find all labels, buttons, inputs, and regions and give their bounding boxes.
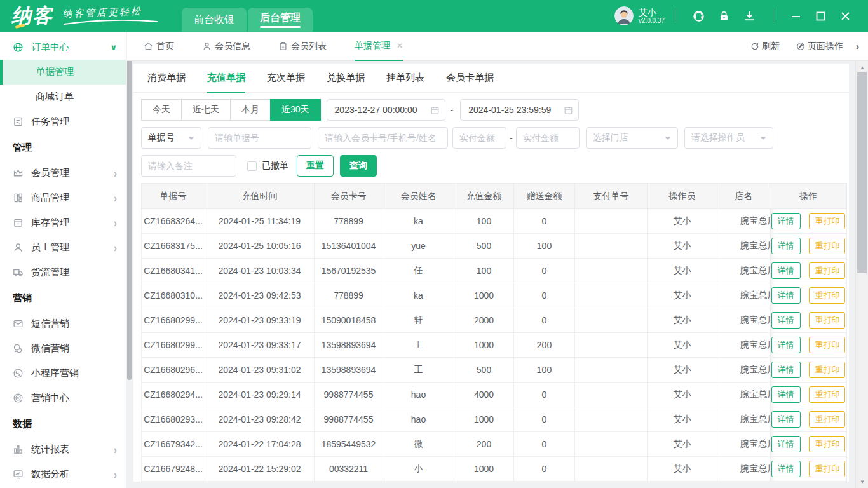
cell-recharge-time: 2024-01-22 15:29:02 — [205, 457, 315, 482]
tab-pending-orders[interactable]: 挂单列表 — [386, 64, 424, 93]
scrollbar-thumb[interactable] — [857, 72, 867, 273]
download-icon[interactable] — [743, 10, 756, 23]
cell-card-no: 15090018458 — [315, 308, 383, 333]
miniprogram-icon — [13, 368, 24, 379]
window-close-button[interactable] — [841, 11, 850, 21]
sidebar-item-bill-management[interactable]: 单据管理 — [0, 60, 126, 85]
reprint-button[interactable]: 重打印 — [809, 411, 845, 428]
tab-consume-bills[interactable]: 消费单据 — [147, 64, 186, 93]
sidebar-item-logistics-management[interactable]: 货流管理 — [0, 260, 126, 285]
detail-button[interactable]: 详情 — [771, 312, 801, 329]
sidebar-item-label: 营销中心 — [31, 392, 117, 404]
divider — [773, 9, 773, 23]
divider — [675, 9, 675, 23]
member-search-input[interactable] — [318, 127, 448, 149]
close-tab-icon[interactable]: ✕ — [397, 41, 403, 50]
slogan-underline — [62, 20, 159, 25]
sidebar-item-wechat-marketing[interactable]: 微信营销 — [0, 336, 126, 361]
reprint-button[interactable]: 重打印 — [809, 386, 845, 403]
sidebar-item-stock-management[interactable]: 库存管理 › — [0, 210, 126, 235]
nav-tab-front-cashier[interactable]: 前台收银 — [182, 8, 247, 32]
quick-range-7days[interactable]: 近七天 — [181, 99, 231, 121]
revoked-checkbox-label: 已撤单 — [262, 160, 288, 172]
reprint-button[interactable]: 重打印 — [809, 461, 845, 477]
tab-exchange-bills[interactable]: 兑换单据 — [327, 64, 365, 93]
page-operations-button[interactable]: 页面操作 — [796, 41, 843, 52]
scroll-down-icon[interactable]: ▼ — [856, 477, 868, 487]
cell-actions: 详情 重打印 — [770, 308, 847, 333]
tab-member-card-bills[interactable]: 会员卡单据 — [446, 64, 494, 93]
tab-home[interactable]: 首页 — [144, 32, 174, 61]
reprint-button[interactable]: 重打印 — [809, 238, 845, 254]
detail-button[interactable]: 详情 — [771, 436, 801, 452]
tab-recharge-bills[interactable]: 充值单据 — [207, 64, 245, 93]
window-maximize-button[interactable] — [816, 11, 825, 21]
sidebar-item-order-center[interactable]: 订单中心 ∨ — [0, 35, 126, 60]
cell-card-no: 13598893694 — [315, 333, 383, 358]
sidebar-item-mall-orders[interactable]: 商城订单 — [0, 85, 126, 109]
search-button[interactable]: 查询 — [340, 155, 377, 177]
date-from-picker[interactable]: 2023-12-27 00:00:00 — [327, 99, 445, 121]
detail-button[interactable]: 详情 — [771, 213, 801, 229]
reprint-button[interactable]: 重打印 — [809, 312, 845, 329]
reprint-button[interactable]: 重打印 — [809, 262, 845, 279]
reset-button[interactable]: 重置 — [297, 155, 334, 177]
lock-icon[interactable] — [718, 10, 730, 22]
tab-bill-management[interactable]: 单据管理 ✕ — [355, 32, 403, 61]
reprint-button[interactable]: 重打印 — [809, 436, 845, 452]
sidebar-item-data-analysis[interactable]: 数据分析 › — [0, 462, 126, 487]
sidebar-item-label: 货流管理 — [31, 266, 117, 278]
customer-service-icon[interactable] — [692, 10, 705, 23]
sidebar-item-member-management[interactable]: 会员管理 › — [0, 161, 126, 186]
sidebar-item-stats-report[interactable]: 统计报表 › — [0, 437, 126, 462]
reprint-button[interactable]: 重打印 — [809, 213, 845, 229]
collapse-chevron-icon[interactable]: › — [856, 41, 859, 51]
sidebar-item-staff-management[interactable]: 员工管理 › — [0, 235, 126, 260]
amount-max-input[interactable] — [516, 127, 580, 149]
nav-tab-back-office[interactable]: 后台管理 — [248, 8, 313, 32]
operator-select[interactable]: 请选择操作员 — [684, 127, 773, 149]
cell-gift-amount: 0 — [514, 308, 575, 333]
quick-range-month[interactable]: 本月 — [230, 99, 271, 121]
detail-button[interactable]: 详情 — [771, 362, 801, 378]
detail-button[interactable]: 详情 — [771, 337, 801, 353]
sidebar-item-miniprogram-marketing[interactable]: 小程序营销 — [0, 361, 126, 386]
page-scrollbar[interactable]: ▲ ▼ — [855, 61, 868, 488]
sidebar-item-task-management[interactable]: 任务管理 — [0, 109, 126, 134]
detail-button[interactable]: 详情 — [771, 461, 801, 477]
quick-range-30days[interactable]: 近30天 — [270, 99, 321, 121]
cell-store-name: 腕宝总店 — [717, 358, 770, 383]
date-to-picker[interactable]: 2024-01-25 23:59:59 — [460, 99, 579, 121]
cell-member-name: 轩 — [383, 308, 454, 333]
store-select[interactable]: 选择门店 — [586, 127, 678, 149]
revoked-checkbox[interactable] — [247, 161, 257, 171]
cell-actions: 详情 重打印 — [770, 259, 847, 283]
sidebar-item-label: 单据管理 — [36, 66, 74, 78]
detail-button[interactable]: 详情 — [771, 411, 801, 428]
cell-actions: 详情 重打印 — [770, 457, 847, 482]
reprint-button[interactable]: 重打印 — [809, 337, 845, 353]
scroll-up-icon[interactable]: ▲ — [856, 62, 868, 72]
sidebar-item-marketing-center[interactable]: 营销中心 — [0, 386, 126, 410]
tab-member-list[interactable]: 会员列表 — [278, 32, 327, 61]
detail-button[interactable]: 详情 — [771, 386, 801, 403]
bill-no-input[interactable] — [208, 127, 311, 149]
detail-button[interactable]: 详情 — [771, 238, 801, 254]
refresh-button[interactable]: 刷新 — [750, 41, 780, 52]
tab-recharge-times-bills[interactable]: 充次单据 — [267, 64, 305, 93]
cell-recharge-amount: 100 — [454, 259, 514, 283]
window-minimize-button[interactable] — [791, 11, 801, 21]
quick-range-today[interactable]: 今天 — [141, 99, 182, 121]
detail-button[interactable]: 详情 — [771, 287, 801, 304]
sidebar-item-sms-marketing[interactable]: 短信营销 — [0, 311, 126, 336]
avatar[interactable] — [614, 6, 634, 25]
amount-min-input[interactable] — [452, 127, 506, 149]
reprint-button[interactable]: 重打印 — [809, 362, 845, 378]
bill-type-select[interactable]: 单据号 — [141, 127, 201, 149]
reprint-button[interactable]: 重打印 — [809, 287, 845, 304]
detail-button[interactable]: 详情 — [771, 262, 801, 279]
tab-member-info[interactable]: 会员信息 — [202, 32, 250, 61]
sidebar-item-goods-management[interactable]: 商品管理 › — [0, 186, 126, 210]
sidebar-scrollbar-thumb[interactable] — [127, 32, 132, 380]
remark-input[interactable] — [141, 155, 236, 177]
